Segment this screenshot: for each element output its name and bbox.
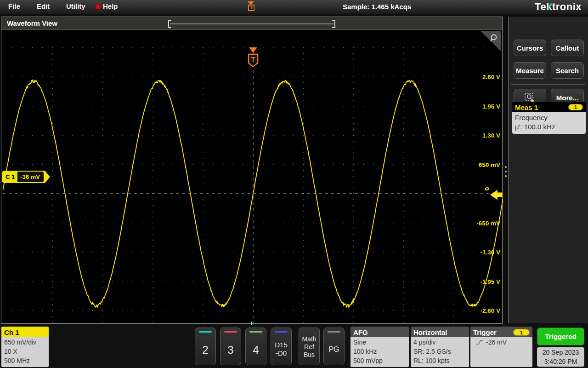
overview-right-bracket[interactable] [332,20,335,28]
triggered-status[interactable]: Triggered [537,328,584,345]
channel3-button[interactable]: 3 [220,328,241,365]
meas1-value: µ': 100.0 kHz [515,122,583,132]
datetime-badge[interactable]: 20 Sep 2023 3:40:26 PM [537,347,584,367]
channel1-offset-value: -36 mV [17,172,44,182]
meas1-title: Meas 1 [515,104,568,111]
meas1-name: Frequency [515,113,583,122]
right-control-panel: Cursors Callout Measure Search More... M… [508,17,588,323]
channel3-label: 3 [220,344,241,356]
cursors-button[interactable]: Cursors [514,40,546,56]
y-axis-label: 1.30 V [482,132,500,139]
channel2-button[interactable]: 2 [195,328,216,365]
channel1-badge-title: Ch 1 [1,327,49,337]
afg-title: AFG [351,327,409,337]
menu-utility[interactable]: Utility [66,2,85,10]
panel-divider [511,84,585,85]
measure-button[interactable]: Measure [514,62,546,79]
pg-button[interactable]: PG [323,328,345,365]
math-label: Math [299,335,319,343]
y-axis-label: 650 mV [479,161,500,168]
waveform-plot[interactable]: 2.60 V1.95 V1.30 V650 mV-650 mV-1.30 V-1… [3,46,503,340]
meas1-header: Meas 1 1 [512,102,586,112]
trigger-level: -26 mV [486,338,507,347]
waveform-view-panel[interactable]: Waveform View 2.60 V1.95 V1.30 V650 mV-6… [1,17,503,324]
meas1-source-pill: 1 [568,104,583,110]
horizontal-sample-rate: SR: 2.5 GS/s [411,347,469,356]
ch1-probe: 10 X [1,347,49,356]
menu-edit[interactable]: Edit [37,2,50,10]
meas1-badge[interactable]: Meas 1 1 Frequency µ': 100.0 kHz [512,102,586,134]
afg-badge[interactable]: AFG Sine 100 kHz 500 mVpp [351,327,409,367]
tektronix-logo: Tektronix [535,1,582,13]
waveform-title: Waveform View [7,19,57,27]
digital-label-2: -D0 [271,349,291,357]
digital-color-bar [275,331,288,333]
date-value: 20 Sep 2023 [537,348,584,357]
trigger-badge[interactable]: Trigger 1 -26 mV [470,327,532,367]
trigger-position-mini-flag[interactable]: T [248,5,254,11]
channel2-color-bar [199,331,212,333]
horizontal-record-length: RL: 100 kpts [411,356,469,365]
channel3-color-bar [224,331,237,333]
channel1-ground-badge[interactable]: C 1 -36 mV [2,171,50,183]
channel1-label: C 1 [2,173,17,180]
callout-button[interactable]: Callout [551,40,584,56]
zoom-select-icon [524,92,536,103]
help-record-dot-icon [95,4,101,10]
ch1-scale: 650 mV/div [1,338,49,347]
splitter-grip-icon[interactable] [505,171,507,172]
splitter-grip-icon[interactable] [505,175,507,177]
search-button[interactable]: Search [551,62,584,79]
menu-bar: File Edit Utility Help Sample: 1.465 kAc… [0,0,588,14]
trigger-title: Trigger [473,328,497,336]
pg-label: PG [324,345,344,354]
digital-channels-button[interactable]: D15 -D0 [271,328,292,365]
horizontal-scale: 4 µs/div [411,338,469,347]
horizontal-badge[interactable]: Horizontal 4 µs/div SR: 2.5 GS/s RL: 100… [411,327,469,367]
bus-label: Bus [299,351,319,359]
channel2-label: 2 [195,344,215,356]
pg-color-bar [328,331,340,333]
math-ref-bus-button[interactable]: Math Ref Bus [299,328,320,365]
svg-text:T: T [251,55,255,63]
channel4-color-bar [249,331,262,333]
afg-shape: Sine [351,338,409,347]
time-value: 3:40:26 PM [537,357,584,366]
overview-left-bracket[interactable] [168,20,171,28]
afg-amplitude: 500 mVpp [351,356,409,365]
y-axis-label: -2.60 V [480,307,500,314]
bottom-settings-bar: Ch 1 650 mV/div 10 X 500 MHz 2 3 4 D15 -… [0,325,588,368]
y-axis-label: 2.60 V [482,74,500,80]
menu-help[interactable]: Help [103,2,118,10]
afg-frequency: 100 kHz [351,347,409,356]
expansion-point-tick [251,322,252,325]
menu-file[interactable]: File [8,2,20,10]
y-axis-label: -1.30 V [480,249,500,256]
channel4-button[interactable]: 4 [245,328,266,365]
channel4-label: 4 [246,344,266,356]
trigger-source-pill: 1 [513,329,530,336]
y-axis-label: 1.95 V [482,103,500,110]
y-axis-label: -1.95 V [480,278,500,285]
y-axis-label: -650 mV [476,220,500,227]
acquisition-overview-bar[interactable] [168,20,335,28]
trigger-flag[interactable]: T [249,47,258,67]
rising-edge-icon [476,339,483,345]
horizontal-title: Horizontal [411,327,469,337]
ref-label: Ref [299,343,319,351]
meas1-body: Frequency µ': 100.0 kHz [512,112,586,134]
digital-label-1: D15 [271,341,291,349]
overview-line [170,23,334,24]
channel1-badge[interactable]: Ch 1 650 mV/div 10 X 500 MHz [1,327,49,367]
sample-status: Sample: 1.465 kAcqs [343,3,411,11]
splitter-grip-icon[interactable] [505,166,507,168]
ch1-bandwidth: 500 MHz [1,356,49,365]
